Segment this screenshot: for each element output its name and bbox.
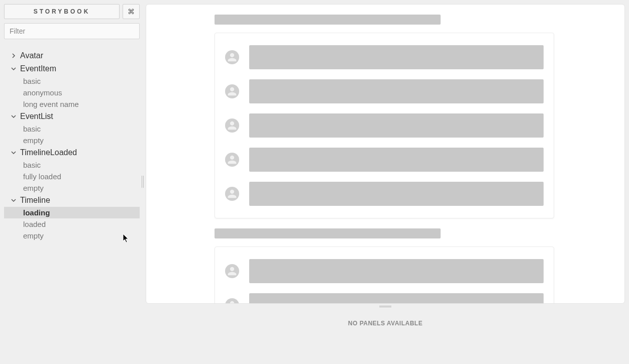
event-row-skeleton — [225, 177, 544, 211]
text-skeleton — [249, 45, 544, 69]
section-title-skeleton — [215, 15, 441, 25]
filter-input[interactable] — [4, 23, 140, 39]
chevron-down-icon — [10, 150, 17, 155]
chevron-down-icon — [10, 66, 17, 71]
tree-story-basic[interactable]: basic — [4, 75, 140, 87]
tree-story-anonymous[interactable]: anonymous — [4, 87, 140, 98]
tree-story-long-event-name[interactable]: long event name — [4, 98, 140, 110]
tree-group-label: Avatar — [20, 51, 43, 60]
chevron-right-icon — [10, 53, 17, 58]
preview-scroll[interactable] — [146, 5, 624, 303]
main-area: NO PANELS AVAILABLE — [144, 0, 629, 364]
event-row-skeleton — [225, 288, 544, 303]
text-skeleton — [249, 259, 544, 283]
tree-group-label: TimelineLoaded — [20, 148, 77, 157]
text-skeleton — [249, 182, 544, 206]
shortcuts-button[interactable]: ⌘ — [123, 4, 140, 19]
event-row-skeleton — [225, 74, 544, 108]
storybook-logo-button[interactable]: STORYBOOK — [4, 4, 120, 19]
avatar-skeleton — [225, 50, 239, 64]
addons-panel: NO PANELS AVAILABLE — [146, 309, 625, 364]
event-list-card — [215, 33, 554, 218]
avatar-skeleton — [225, 187, 239, 201]
panel-resize-handle[interactable] — [146, 304, 625, 309]
tree-story-basic[interactable]: basic — [4, 159, 140, 171]
tree-group-timeline[interactable]: Timeline — [4, 194, 140, 207]
tree-group-eventlist[interactable]: EventList — [4, 110, 140, 123]
no-panels-message: NO PANELS AVAILABLE — [348, 320, 423, 327]
text-skeleton — [249, 148, 544, 172]
tree-story-fully-loaded[interactable]: fully loaded — [4, 171, 140, 182]
stories-tree: AvatarEventItembasicanonymouslong event … — [4, 46, 140, 360]
tree-group-label: Timeline — [20, 196, 50, 205]
event-row-skeleton — [225, 143, 544, 177]
text-skeleton — [249, 79, 544, 103]
tree-story-loaded[interactable]: loaded — [4, 218, 140, 230]
sidebar-resize-handle[interactable] — [142, 176, 144, 188]
tree-group-label: EventItem — [20, 64, 56, 73]
event-list-card — [215, 247, 554, 303]
avatar-skeleton — [225, 153, 239, 167]
text-skeleton — [249, 293, 544, 303]
tree-story-empty[interactable]: empty — [4, 230, 140, 241]
preview-panel — [146, 4, 625, 304]
tree-group-label: EventList — [20, 112, 53, 121]
avatar-skeleton — [225, 84, 239, 98]
avatar-skeleton — [225, 264, 239, 278]
tree-story-empty[interactable]: empty — [4, 135, 140, 146]
tree-group-avatar[interactable]: Avatar — [4, 49, 140, 62]
tree-group-timelineloaded[interactable]: TimelineLoaded — [4, 146, 140, 159]
tree-story-basic[interactable]: basic — [4, 123, 140, 135]
avatar-skeleton — [225, 118, 239, 133]
chevron-down-icon — [10, 198, 17, 203]
text-skeleton — [249, 113, 544, 138]
event-row-skeleton — [225, 108, 544, 143]
event-row-skeleton — [225, 40, 544, 74]
avatar-skeleton — [225, 298, 239, 303]
tree-story-loading[interactable]: loading — [4, 207, 140, 218]
sidebar: STORYBOOK ⌘ AvatarEventItembasicanonymou… — [0, 0, 144, 364]
chevron-down-icon — [10, 114, 17, 119]
tree-story-empty[interactable]: empty — [4, 182, 140, 194]
tree-group-eventitem[interactable]: EventItem — [4, 62, 140, 75]
event-row-skeleton — [225, 254, 544, 288]
section-title-skeleton — [215, 228, 441, 238]
